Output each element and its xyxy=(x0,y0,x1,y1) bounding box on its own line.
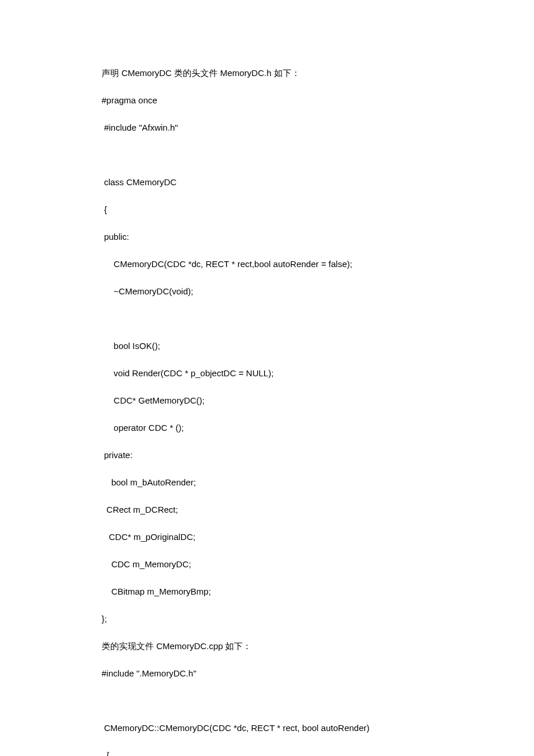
code-line: class CMemoryDC xyxy=(102,176,534,188)
code-line: bool m_bAutoRender; xyxy=(102,476,534,488)
code-line: bool IsOK(); xyxy=(102,340,534,352)
code-line: operator CDC * (); xyxy=(102,422,534,434)
code-line: CMemoryDC(CDC *dc, RECT * rect,bool auto… xyxy=(102,258,534,270)
code-line: #include ".MemoryDC.h" xyxy=(102,667,534,679)
code-line: 声明 CMemoryDC 类的头文件 MemoryDC.h 如下： xyxy=(102,67,534,79)
code-line: }; xyxy=(102,613,534,625)
code-line xyxy=(102,149,534,161)
code-line: CRect m_DCRect; xyxy=(102,503,534,516)
code-line: 类的实现文件 CMemoryDC.cpp 如下： xyxy=(102,640,534,652)
code-line: { xyxy=(102,749,534,756)
code-line xyxy=(102,694,534,707)
code-line: void Render(CDC * p_objectDC = NULL); xyxy=(102,367,534,379)
code-line: CDC* GetMemoryDC(); xyxy=(102,394,534,406)
code-line xyxy=(102,312,534,325)
code-line: CBitmap m_MemoryBmp; xyxy=(102,585,534,597)
code-line: CDC m_MemoryDC; xyxy=(102,558,534,570)
code-line: private: xyxy=(102,449,534,461)
code-line: public: xyxy=(102,231,534,243)
code-line: { xyxy=(102,203,534,215)
code-line: CDC* m_pOriginalDC; xyxy=(102,531,534,543)
code-line: #pragma once xyxy=(102,94,534,106)
code-line: ~CMemoryDC(void); xyxy=(102,285,534,297)
code-line: CMemoryDC::CMemoryDC(CDC *dc, RECT * rec… xyxy=(102,722,534,734)
code-line: #include "Afxwin.h" xyxy=(102,121,534,134)
